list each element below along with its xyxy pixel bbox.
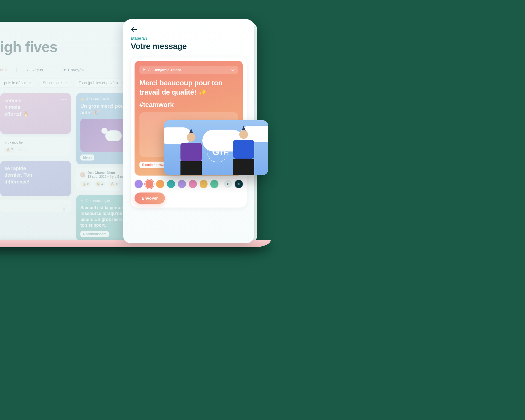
- card-pink-meta: nin. • modifié 🔥7 ☺: [0, 137, 71, 156]
- reaction-fire[interactable]: 🔥12: [108, 181, 121, 187]
- smile-icon: ☺: [80, 199, 84, 203]
- card-tag: Reconnaissant: [80, 231, 109, 237]
- reaction-fire[interactable]: 🔥7: [4, 147, 15, 153]
- filter-period-label: puis le début: [4, 81, 26, 85]
- meta-date: 18 sep. 2022: [88, 175, 106, 179]
- more-icon[interactable]: •••: [60, 97, 67, 103]
- swatch-purple[interactable]: [135, 180, 143, 188]
- filter-branch-label: Succursale: [43, 81, 62, 85]
- flag-icon: ⚑: [143, 68, 146, 72]
- swatch-green[interactable]: [210, 180, 218, 188]
- tab-sent[interactable]: ➤ Envoyés: [63, 67, 84, 72]
- meta-from: De : Chanel Biron: [88, 171, 115, 175]
- card-violet[interactable]: se rapide dernier. Ton différence!: [0, 161, 71, 196]
- add-reaction-button[interactable]: ☺: [18, 147, 25, 153]
- card-pink[interactable]: ••• service n mois efforts! 🔥: [0, 93, 71, 134]
- swatch-coral[interactable]: [145, 180, 154, 188]
- tab-all[interactable]: ous: [0, 68, 7, 72]
- hashtag-input[interactable]: #teamwork: [139, 101, 238, 109]
- hand-icon: ✋: [80, 97, 84, 101]
- to-label: À :: [148, 68, 153, 72]
- meta-text: nin. • modifié: [4, 141, 23, 144]
- swatch-orange[interactable]: [156, 180, 164, 188]
- check-icon: ✓: [26, 67, 30, 72]
- add-reaction-button[interactable]: ☺: [61, 205, 67, 212]
- card-violet-meta: ☺: [0, 200, 71, 212]
- color-swatches: [135, 180, 243, 188]
- panel-title: Votre message: [131, 42, 247, 51]
- reaction-grin[interactable]: 😃4: [94, 181, 106, 187]
- message-input[interactable]: Merci beaucoup pour ton travail de quali…: [139, 78, 238, 97]
- swatch-next-button[interactable]: [235, 180, 243, 188]
- filter-visibility-label: Tous (publics et privés): [79, 81, 118, 85]
- send-icon: ➤: [63, 67, 66, 72]
- send-button[interactable]: Envoyer: [135, 192, 165, 204]
- card-tag: Merci: [80, 154, 94, 161]
- swatch-amber[interactable]: [200, 180, 208, 188]
- card-body: service n mois efforts! 🔥: [4, 97, 67, 117]
- card-body: se rapide dernier. Ton différence!: [4, 165, 67, 185]
- card-to: À : Clara Garcia: [86, 97, 109, 101]
- card-to: À : Samuel Ryan: [85, 199, 110, 203]
- tab-received[interactable]: ✓ Reçus: [26, 67, 43, 72]
- reaction-thumbs[interactable]: 👍8: [80, 181, 91, 187]
- tab-sent-label: Envoyés: [68, 68, 84, 72]
- chevron-down-icon: [231, 68, 235, 72]
- filter-visibility[interactable]: Tous (publics et privés): [75, 78, 127, 88]
- recipient-selector[interactable]: ⚑ À : Benjamin Talbot: [139, 66, 238, 74]
- tab-all-label: ous: [0, 68, 7, 72]
- tab-received-label: Reçus: [31, 68, 43, 72]
- swatch-teal[interactable]: [167, 180, 175, 188]
- to-name: Benjamin Talbot: [154, 68, 181, 72]
- gif-preview[interactable]: GIF: [164, 120, 268, 175]
- swatch-prev-button[interactable]: [224, 180, 232, 188]
- back-button[interactable]: [131, 27, 247, 32]
- filter-branch[interactable]: Succursale: [39, 78, 71, 88]
- chevron-down-icon: [65, 81, 67, 84]
- swatch-pink[interactable]: [189, 180, 197, 188]
- filter-period[interactable]: puis le début: [0, 78, 35, 88]
- swatch-lavender[interactable]: [178, 180, 186, 188]
- step-indicator: Étape 3/3: [131, 36, 247, 40]
- gif-badge: GIF: [212, 147, 229, 157]
- avatar: [80, 172, 85, 177]
- chevron-down-icon: [28, 81, 31, 84]
